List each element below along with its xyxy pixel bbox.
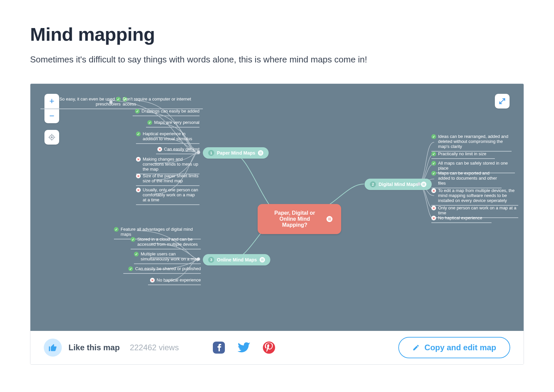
branch-label: Digital Mind Maps (379, 182, 418, 187)
leaf-text: Stored in a cloud and can be accessed fr… (137, 237, 201, 247)
node-menu-icon[interactable] (260, 257, 265, 262)
check-icon: ✓ (431, 134, 436, 139)
check-icon: ✓ (136, 132, 141, 136)
view-count: 222462 views (130, 343, 179, 352)
leaf-text: To edit a map from multiple devices, the… (438, 188, 518, 203)
leaf-node[interactable]: ✓Maps are very personal (146, 119, 199, 128)
leaf-text: Maps are very personal (154, 120, 199, 125)
share-pinterest-button[interactable] (262, 341, 276, 354)
social-share (212, 341, 276, 355)
leaf-node[interactable]: ✕Usually, only one person can comfortabl… (136, 186, 199, 205)
cross-icon: ✕ (431, 188, 436, 193)
cross-icon: ✕ (150, 278, 155, 282)
branch-number: 1 (208, 150, 214, 156)
leaf-text: Don't require a computer or internet acc… (123, 96, 203, 107)
root-node[interactable]: Paper, Digital or Online Mind Mapping? (258, 204, 341, 234)
branch-digital[interactable]: 2 Digital Mind Maps (365, 179, 432, 190)
leaf-node[interactable]: ✓Can easily be shared or published (123, 265, 201, 274)
cross-icon: ✕ (157, 147, 162, 152)
branch-label: Paper Mind Maps (217, 150, 255, 156)
page-subtitle: Sometimes it's difficult to say things w… (30, 54, 524, 65)
cross-icon: ✕ (136, 157, 141, 162)
cross-icon: ✕ (136, 174, 141, 178)
branch-number: 3 (208, 257, 214, 263)
cross-icon: ✕ (431, 206, 436, 210)
node-menu-icon[interactable] (326, 216, 332, 222)
share-twitter-button[interactable] (237, 341, 251, 355)
root-label: Paper, Digital or Online Mind Mapping? (266, 210, 323, 228)
leaf-text: No haptical experience (157, 277, 201, 282)
twitter-icon (237, 341, 251, 355)
like-button[interactable] (44, 339, 62, 357)
leaf-node[interactable]: ✓Maps can be exported and added to docum… (431, 169, 502, 188)
check-icon: ✓ (431, 161, 436, 166)
leaf-node[interactable]: ✓Haptical experience in addition to visu… (136, 130, 199, 144)
leaf-text: Multiple users can simultaneously work o… (141, 251, 201, 261)
node-menu-icon[interactable] (258, 150, 263, 156)
leaf-text: No haptical experience (438, 215, 482, 220)
leaf-node[interactable]: ✓Practically no limit in size (431, 150, 495, 159)
pinterest-icon (262, 341, 276, 354)
pencil-icon (412, 344, 420, 351)
leaf-text: Can easily get lost (164, 147, 199, 152)
leaf-node[interactable]: ✕No haptical experience (431, 214, 492, 223)
facebook-icon (212, 341, 226, 354)
check-icon: ✓ (131, 237, 135, 242)
leaf-text: Haptical experience in addition to visua… (143, 131, 199, 141)
leaf-text: Usually, only one person can comfortably… (143, 187, 199, 202)
leaf-node[interactable]: So easy, it can even be used by preschoo… (40, 95, 127, 109)
share-facebook-button[interactable] (212, 341, 226, 354)
check-icon: ✓ (134, 252, 139, 256)
check-icon: ✓ (431, 152, 436, 156)
leaf-node[interactable]: ✓Stored in a cloud and can be accessed f… (131, 235, 201, 249)
check-icon: ✓ (114, 227, 119, 232)
leaf-node[interactable]: ✓Drawings can easily be added (133, 107, 199, 116)
leaf-text: Ideas can be rearranged, added and delet… (438, 134, 512, 149)
copy-edit-label: Copy and edit map (424, 343, 496, 352)
page-title: Mind mapping (30, 23, 524, 45)
leaf-node[interactable]: ✕No haptical experience (148, 276, 201, 285)
leaf-node[interactable]: ✓Ideas can be rearranged, added and dele… (431, 133, 512, 152)
branch-paper[interactable]: 1 Paper Mind Maps (203, 147, 269, 159)
svg-point-9 (263, 342, 275, 354)
node-menu-icon[interactable] (421, 182, 426, 187)
check-icon: ✓ (128, 266, 133, 271)
check-icon: ✓ (116, 97, 121, 102)
check-icon: ✓ (135, 109, 140, 114)
check-icon: ✓ (147, 120, 152, 125)
leaf-text: Practically no limit in size (438, 151, 487, 156)
copy-edit-button[interactable]: Copy and edit map (398, 337, 510, 358)
leaf-text: Can easily be shared or published (135, 266, 201, 271)
leaf-node[interactable]: ✕Can easily get lost (156, 145, 199, 154)
cross-icon: ✕ (431, 216, 436, 220)
leaf-text: Making changes and corrections tends to … (143, 157, 199, 172)
branch-label: Online Mind Maps (217, 257, 257, 262)
connector-dot (109, 101, 113, 104)
like-label: Like this map (68, 343, 120, 352)
connector-dot (417, 182, 421, 186)
branch-online[interactable]: 3 Online Mind Maps (203, 254, 270, 265)
leaf-text: Size of the paper sheet limits size of t… (143, 173, 199, 183)
leaf-text: So easy, it can even be used by preschoo… (40, 96, 121, 107)
thumbs-up-icon (48, 343, 57, 352)
map-frame: + − (30, 83, 524, 365)
leaf-node[interactable]: ✓Multiple users can simultaneously work … (134, 250, 201, 264)
leaf-text: Maps can be exported and added to docume… (438, 171, 502, 186)
branch-number: 2 (370, 181, 376, 187)
cross-icon: ✕ (136, 188, 141, 192)
mindmap-canvas[interactable]: + − (30, 84, 524, 331)
check-icon: ✓ (431, 171, 436, 176)
map-footer: Like this map 222462 views (30, 331, 524, 364)
leaf-node[interactable]: ✕To edit a map from multiple devices, th… (431, 187, 518, 206)
leaf-node[interactable]: ✕Size of the paper sheet limits size of … (136, 172, 199, 186)
leaf-text: Drawings can easily be added (142, 109, 199, 114)
leaf-node[interactable]: ✕Making changes and corrections tends to… (136, 155, 199, 174)
